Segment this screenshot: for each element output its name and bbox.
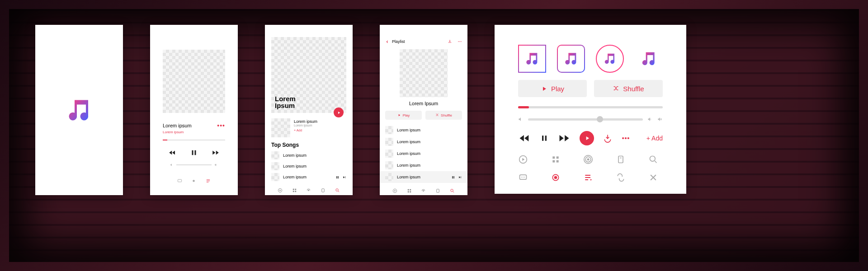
play-tab-icon[interactable] <box>278 188 283 193</box>
album-art-placeholder <box>163 50 225 113</box>
logo-variant-plain <box>635 45 663 73</box>
song-row[interactable]: Lorem ipsum <box>265 161 353 172</box>
add-button[interactable]: + Add <box>646 135 663 142</box>
close-icon[interactable] <box>648 173 658 182</box>
svg-rect-32 <box>618 156 623 163</box>
svg-point-22 <box>625 137 627 139</box>
play-button[interactable]: Play <box>385 111 422 120</box>
volume-mid-icon <box>647 117 653 122</box>
music-note-icon <box>66 97 93 124</box>
pause-icon[interactable] <box>540 132 549 145</box>
more-icon[interactable]: ••• <box>217 122 225 129</box>
svg-rect-28 <box>557 160 559 163</box>
more-icon[interactable] <box>621 134 630 143</box>
download-icon[interactable] <box>603 134 612 143</box>
rewind-icon[interactable] <box>518 132 531 145</box>
song-row[interactable]: Lorem ipsum <box>265 150 353 161</box>
play-circle-icon[interactable] <box>580 131 594 145</box>
progress-bar[interactable] <box>518 106 663 108</box>
svg-point-12 <box>461 41 462 42</box>
queue-icon[interactable] <box>583 173 593 182</box>
track-row[interactable]: Lorem ipsum <box>385 159 462 171</box>
back-icon[interactable] <box>385 40 389 44</box>
volume-high-icon <box>657 117 663 122</box>
svg-rect-8 <box>322 189 325 192</box>
artist-screen: Lorem Ipsum Lorem ipsum Lorem ipsum + Ad… <box>265 25 353 195</box>
svg-rect-0 <box>178 179 182 182</box>
featured-title: Lorem ipsum <box>294 119 317 124</box>
svg-point-18 <box>423 190 425 192</box>
library-icon[interactable] <box>616 154 626 164</box>
rewind-icon[interactable] <box>168 149 176 157</box>
shuffle-button[interactable]: Shuffle <box>425 111 462 120</box>
repeat-icon[interactable] <box>616 173 626 182</box>
volume-slider[interactable] <box>518 117 663 122</box>
back-label[interactable]: Playlist <box>392 39 405 44</box>
volume-low-icon <box>518 117 524 122</box>
svg-point-9 <box>336 189 339 192</box>
download-icon[interactable] <box>448 39 452 44</box>
queue-icon[interactable] <box>206 178 211 183</box>
svg-rect-17 <box>410 191 411 192</box>
forward-icon[interactable] <box>212 149 220 157</box>
featured-subtitle: Lorem ipsum <box>294 124 317 127</box>
playlist-art <box>400 49 448 97</box>
svg-rect-26 <box>557 156 559 159</box>
song-row[interactable]: Lorem ipsum <box>265 172 353 182</box>
svg-point-21 <box>622 137 624 139</box>
play-button[interactable]: Play <box>518 80 587 97</box>
more-icon[interactable] <box>458 39 462 44</box>
track-row-playing[interactable]: Lorem ipsum <box>380 171 467 183</box>
track-subtitle: Lorem ipsum <box>163 130 225 134</box>
progress-bar[interactable] <box>163 140 225 140</box>
svg-rect-19 <box>437 189 439 192</box>
add-button[interactable]: + Add <box>294 129 317 132</box>
track-row[interactable]: Lorem ipsum <box>385 124 462 136</box>
pause-icon <box>451 175 455 179</box>
svg-point-33 <box>650 156 656 162</box>
components-panel: Play Shuffle + Add <box>495 25 686 194</box>
browse-tab-icon[interactable] <box>407 188 412 193</box>
airplay-icon[interactable] <box>551 173 561 182</box>
top-songs-heading: Top Songs <box>265 137 353 150</box>
pause-icon[interactable] <box>190 149 198 157</box>
track-title: Lorem ipsum <box>163 123 192 128</box>
svg-rect-14 <box>408 189 409 191</box>
forward-icon[interactable] <box>558 132 571 145</box>
search-icon[interactable] <box>648 154 658 164</box>
volume-slider[interactable] <box>163 163 225 167</box>
airplay-icon[interactable] <box>191 178 196 183</box>
logo-variant-rounded <box>557 45 585 73</box>
logo-variant-circle <box>596 45 624 73</box>
play-tab-icon[interactable] <box>392 188 397 193</box>
play-button[interactable] <box>334 107 344 117</box>
svg-rect-15 <box>410 189 411 191</box>
radio-tab-icon[interactable] <box>421 188 426 193</box>
browse-tab-icon[interactable] <box>292 188 297 193</box>
search-tab-icon[interactable] <box>335 188 340 193</box>
svg-point-35 <box>521 177 522 178</box>
svg-point-7 <box>308 190 310 191</box>
svg-point-10 <box>458 41 459 42</box>
play-outline-icon[interactable] <box>518 154 528 164</box>
track-row[interactable]: Lorem ipsum <box>385 136 462 148</box>
library-tab-icon[interactable] <box>321 188 326 193</box>
lyrics-icon[interactable] <box>518 173 528 182</box>
radio-tab-icon[interactable] <box>306 188 311 193</box>
svg-point-36 <box>523 177 524 178</box>
library-tab-icon[interactable] <box>435 188 440 193</box>
track-row[interactable]: Lorem ipsum <box>385 148 462 159</box>
svg-point-38 <box>554 176 557 179</box>
svg-rect-6 <box>295 191 296 192</box>
pause-icon <box>335 175 340 179</box>
lyrics-icon[interactable] <box>177 178 182 183</box>
svg-rect-4 <box>295 189 296 190</box>
shuffle-button[interactable]: Shuffle <box>594 80 663 97</box>
svg-rect-16 <box>408 191 409 192</box>
tab-bar <box>380 183 467 193</box>
radio-icon[interactable] <box>583 154 593 164</box>
tab-bar <box>265 182 353 193</box>
grid-icon[interactable] <box>551 154 561 164</box>
playlist-screen: Playlist Lorem Ipsum Play Shuffle Lorem … <box>380 25 467 195</box>
search-tab-icon[interactable] <box>450 188 455 193</box>
